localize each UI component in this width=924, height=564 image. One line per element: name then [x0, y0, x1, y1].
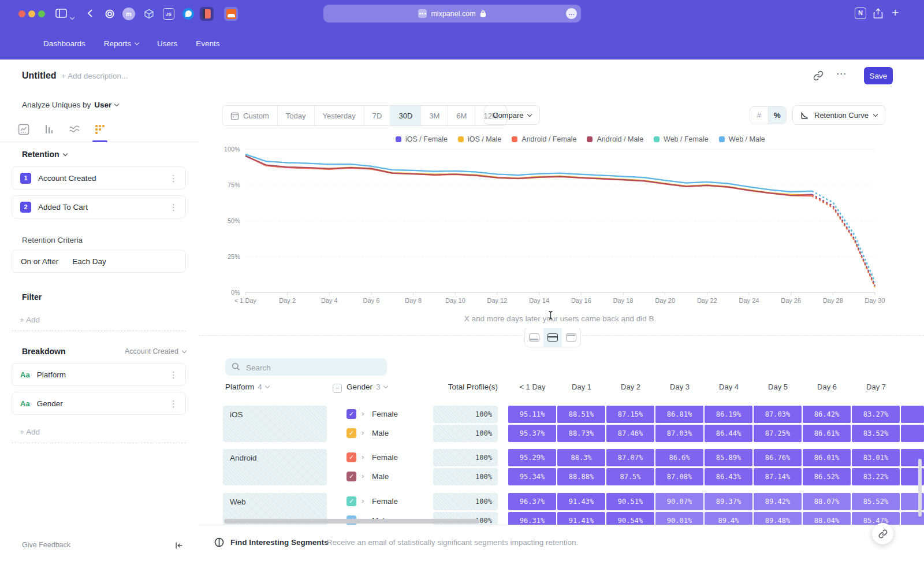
retention-value-cell[interactable]: 90.07% — [655, 493, 703, 510]
back-icon[interactable] — [85, 8, 96, 18]
retention-value-cell[interactable]: 96.37% — [508, 493, 556, 510]
table-search[interactable] — [225, 358, 387, 376]
criteria-interval[interactable]: Each Day — [72, 257, 106, 266]
retention-value-cell[interactable]: 87.08% — [655, 468, 703, 485]
retention-value-cell[interactable]: 86.42% — [803, 406, 851, 423]
tab-funnels[interactable] — [43, 123, 55, 136]
retention-value-cell[interactable]: 87.14% — [754, 468, 802, 485]
nav-users[interactable]: Users — [157, 39, 177, 48]
chart-type-select[interactable]: Retention Curve — [792, 105, 885, 125]
day-column-header[interactable]: < 1 Day — [508, 383, 557, 391]
retention-value-cell[interactable]: 87.15% — [606, 406, 654, 423]
new-tab-icon[interactable]: + — [892, 6, 899, 20]
analyze-uniques-row[interactable]: Analyze Uniques by User — [22, 101, 118, 109]
range-7d[interactable]: 7D — [364, 106, 390, 125]
retention-value-cell-clipped[interactable] — [901, 406, 924, 423]
kebab-menu-icon[interactable]: ⋮ — [169, 370, 178, 379]
compare-button[interactable]: Compare — [484, 105, 540, 125]
split-view-icon[interactable] — [543, 328, 562, 347]
retention-value-cell[interactable]: 88.04% — [803, 512, 851, 525]
step-event-label[interactable]: Account Created — [38, 174, 96, 183]
retention-value-cell-clipped[interactable] — [901, 425, 924, 442]
retention-value-cell[interactable]: 90.01% — [655, 512, 703, 525]
criteria-mode[interactable]: On or After — [21, 257, 58, 266]
retention-value-cell[interactable]: 88.73% — [557, 425, 605, 442]
gender-checkbox[interactable]: ✓ — [346, 472, 356, 481]
retention-section-label[interactable]: Retention — [22, 150, 67, 159]
breakdown-item-platform[interactable]: Aa Platform ⋮ — [12, 363, 186, 386]
breakdown-item-gender[interactable]: Aa Gender ⋮ — [12, 392, 186, 415]
tab-retention[interactable] — [94, 123, 106, 136]
retention-value-cell[interactable]: 87.46% — [606, 425, 654, 442]
expand-chevron-icon[interactable]: › — [362, 452, 364, 461]
retention-value-cell[interactable]: 83.27% — [852, 406, 900, 423]
url-bar[interactable]: mixpanel.com … — [323, 5, 581, 23]
range-3m[interactable]: 3M — [420, 106, 448, 125]
retention-value-cell[interactable]: 85.47% — [852, 512, 900, 525]
breakdown-scope-select[interactable]: Account Created — [125, 347, 186, 355]
gender-checkbox[interactable]: ✓ — [346, 409, 356, 419]
extension-cube-icon[interactable] — [142, 7, 156, 21]
kebab-menu-icon[interactable]: ⋮ — [169, 399, 178, 408]
legend-item[interactable]: Android / Male — [587, 135, 643, 143]
count-toggle[interactable]: # — [750, 107, 768, 124]
legend-item[interactable]: Android / Female — [512, 135, 576, 143]
sidebar-toggle-icon[interactable] — [55, 8, 67, 18]
day-column-header[interactable]: Day 4 — [705, 383, 753, 391]
retention-value-cell[interactable]: 88.88% — [557, 468, 605, 485]
gender-label[interactable]: Female — [372, 410, 398, 418]
close-window-button[interactable] — [18, 10, 25, 17]
notion-icon[interactable]: N — [855, 8, 866, 19]
nav-reports[interactable]: Reports — [104, 39, 139, 48]
retention-value-cell[interactable]: 88.3% — [557, 449, 605, 466]
legend-item[interactable]: Web / Male — [719, 135, 765, 143]
maximize-window-button[interactable] — [38, 10, 45, 17]
report-title[interactable]: Untitled — [22, 70, 57, 81]
select-all-checkbox[interactable]: − — [333, 384, 342, 393]
retention-value-cell[interactable]: 95.37% — [508, 425, 556, 442]
retention-value-cell[interactable]: 89.37% — [705, 493, 752, 510]
gender-label[interactable]: Male — [372, 472, 389, 481]
retention-value-cell[interactable]: 91.43% — [557, 493, 605, 510]
retention-value-cell[interactable]: 86.61% — [803, 425, 851, 442]
range-6m[interactable]: 6M — [448, 106, 475, 125]
filter-add-button[interactable]: + Add — [12, 309, 186, 331]
retention-value-cell[interactable]: 87.5% — [606, 468, 654, 485]
collapse-sidebar-icon[interactable] — [174, 541, 184, 550]
range-yesterday[interactable]: Yesterday — [314, 106, 364, 125]
copy-link-icon[interactable] — [813, 70, 824, 81]
share-link-fab[interactable] — [872, 523, 893, 544]
gender-checkbox[interactable]: ✓ — [346, 452, 356, 462]
vertical-scrollbar[interactable] — [918, 459, 922, 517]
legend-item[interactable]: iOS / Male — [458, 135, 501, 143]
chevron-down-icon[interactable] — [70, 11, 74, 21]
gender-label[interactable]: Female — [372, 497, 398, 506]
gender-column-header[interactable]: Gender3 — [346, 383, 388, 391]
retention-value-cell[interactable]: 86.19% — [705, 406, 752, 423]
retention-value-cell[interactable]: 89.48% — [754, 512, 802, 525]
kebab-menu-icon[interactable]: ⋮ — [169, 174, 178, 183]
retention-value-cell[interactable]: 85.89% — [705, 449, 752, 466]
retention-value-cell[interactable]: 87.07% — [606, 449, 654, 466]
legend-item[interactable]: iOS / Female — [396, 135, 448, 143]
retention-value-cell[interactable]: 95.29% — [508, 449, 556, 466]
extension-m-icon[interactable]: m — [122, 8, 135, 20]
retention-value-cell[interactable]: 89.42% — [754, 493, 802, 510]
analyze-value[interactable]: User — [94, 101, 111, 109]
gender-checkbox[interactable]: ✓ — [346, 428, 356, 438]
nav-dashboards[interactable]: Dashboards — [43, 39, 85, 48]
share-icon[interactable] — [873, 8, 883, 19]
breakdown-property-label[interactable]: Gender — [37, 399, 63, 408]
day-column-header[interactable]: Day 7 — [852, 383, 900, 391]
kebab-menu-icon[interactable]: ⋮ — [169, 203, 178, 212]
minimize-window-button[interactable] — [28, 10, 35, 17]
retention-value-cell[interactable]: 90.51% — [606, 493, 654, 510]
table-search-input[interactable] — [245, 358, 380, 377]
table-view-icon[interactable] — [562, 328, 580, 347]
retention-value-cell[interactable]: 89.4% — [705, 512, 752, 525]
retention-value-cell[interactable]: 83.22% — [852, 468, 900, 485]
retention-value-cell[interactable]: 91.41% — [557, 512, 605, 525]
find-segments-title[interactable]: Find Interesting Segments — [230, 538, 329, 547]
breakdown-property-label[interactable]: Platform — [37, 370, 66, 379]
retention-criteria-card[interactable]: On or After Each Day — [12, 250, 186, 273]
